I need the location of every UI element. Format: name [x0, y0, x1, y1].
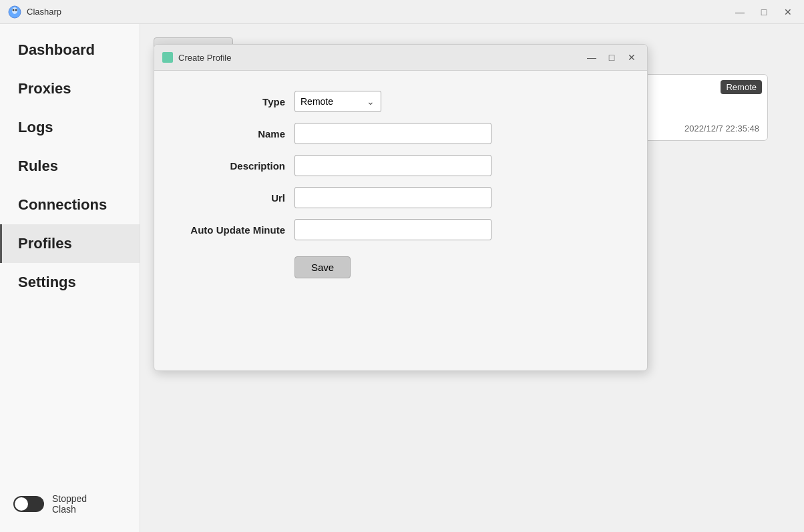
create-profile-modal: Create Profile — □ ✕ Type Local Remote — [154, 44, 648, 371]
name-input[interactable] — [294, 123, 491, 144]
modal-close-button[interactable]: ✕ — [624, 50, 639, 65]
modal-minimize-button[interactable]: — — [584, 50, 599, 65]
type-label: Type — [181, 96, 294, 107]
toggle-knob — [15, 497, 28, 511]
minimize-button[interactable]: — — [732, 4, 748, 20]
url-label: Url — [181, 192, 294, 204]
type-select[interactable]: Local Remote — [294, 91, 381, 112]
profile-badge-ssg: Remote — [721, 80, 762, 94]
modal-controls: — □ ✕ — [584, 50, 639, 65]
modal-body: Type Local Remote Name Description — [154, 71, 647, 298]
sidebar-item-proxies[interactable]: Proxies — [0, 69, 140, 108]
content-area: New Profile Local asd asd 2022/11/15 23:… — [140, 24, 804, 532]
modal-maximize-button[interactable]: □ — [604, 50, 619, 65]
save-button[interactable]: Save — [294, 256, 351, 278]
auto-update-input[interactable] — [294, 219, 491, 240]
name-label: Name — [181, 128, 294, 140]
sidebar-item-settings[interactable]: Settings — [0, 263, 140, 302]
sidebar-item-profiles[interactable]: Profiles — [0, 224, 140, 263]
modal-icon — [162, 52, 173, 63]
svg-point-3 — [15, 9, 17, 11]
clash-toggle[interactable] — [13, 496, 44, 512]
url-input[interactable] — [294, 187, 491, 208]
description-label: Description — [181, 160, 294, 172]
form-row-name: Name — [181, 123, 620, 144]
titlebar: Clasharp — □ ✕ — [0, 0, 804, 24]
app-name: Clasharp — [27, 7, 61, 17]
app-icon — [8, 5, 21, 19]
type-select-wrapper: Local Remote — [294, 91, 381, 112]
main-container: Dashboard Proxies Logs Rules Connections… — [0, 24, 804, 532]
toggle-label: Stopped Clash — [52, 493, 87, 515]
svg-point-2 — [13, 9, 15, 11]
sidebar-item-dashboard[interactable]: Dashboard — [0, 31, 140, 69]
form-row-auto-update: Auto Update Minute — [181, 219, 620, 240]
form-row-type: Type Local Remote — [181, 91, 620, 112]
modal-titlebar-left: Create Profile — [162, 52, 231, 63]
sidebar-item-rules[interactable]: Rules — [0, 147, 140, 186]
titlebar-controls: — □ ✕ — [732, 4, 796, 20]
sidebar-item-logs[interactable]: Logs — [0, 108, 140, 147]
close-button[interactable]: ✕ — [780, 4, 796, 20]
form-row-url: Url — [181, 187, 620, 208]
maximize-button[interactable]: □ — [756, 4, 772, 20]
sidebar-item-connections[interactable]: Connections — [0, 186, 140, 224]
auto-update-label: Auto Update Minute — [181, 224, 294, 236]
description-input[interactable] — [294, 155, 491, 176]
titlebar-left: Clasharp — [8, 5, 61, 19]
form-row-description: Description — [181, 155, 620, 176]
sidebar: Dashboard Proxies Logs Rules Connections… — [0, 24, 140, 532]
sidebar-bottom: Stopped Clash — [0, 483, 140, 525]
modal-title: Create Profile — [178, 53, 231, 63]
modal-titlebar: Create Profile — □ ✕ — [154, 45, 647, 71]
